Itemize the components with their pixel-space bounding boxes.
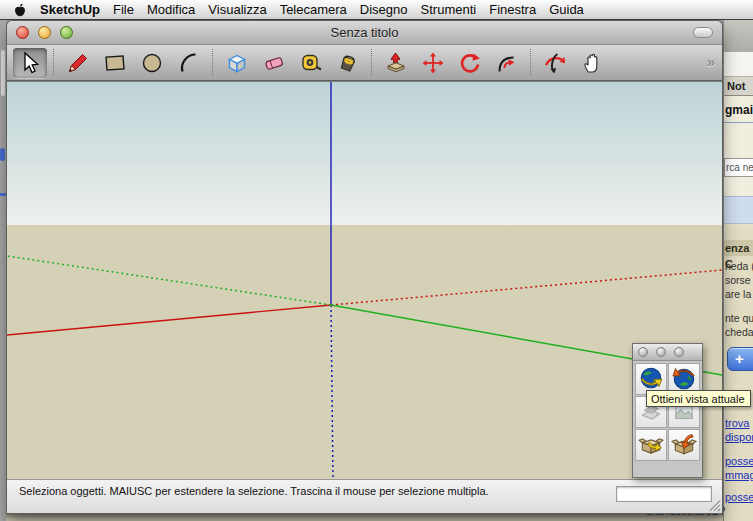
apple-menu-icon[interactable] <box>13 2 27 18</box>
palette-body <box>633 361 702 463</box>
background-link[interactable]: trova <box>725 417 749 429</box>
background-search-text: rca ne <box>726 162 753 173</box>
component-box-icon <box>225 51 249 75</box>
toolbar-toggle-button[interactable] <box>693 27 713 38</box>
tool-bar: » <box>7 45 722 81</box>
tape-measure-icon <box>299 51 323 75</box>
toolbar-separator <box>371 49 373 76</box>
menu-bar: SketchUp File Modifica Visualizza Teleca… <box>0 0 753 20</box>
push-pull-tool-button[interactable] <box>379 48 413 78</box>
get-models-icon <box>638 432 664 458</box>
background-text-line: nte qu <box>725 312 753 324</box>
drawing-axes <box>7 82 722 478</box>
pan-tool-button[interactable] <box>575 48 609 78</box>
background-tab-fragment: Not <box>724 77 753 96</box>
background-link[interactable]: mmagi <box>725 469 753 481</box>
push-pull-icon <box>384 51 408 75</box>
get-models-button[interactable] <box>635 429 667 461</box>
blue-axis-dotted <box>331 305 333 478</box>
google-toolbar-palette <box>632 343 703 478</box>
window-title: Senza titolo <box>331 25 399 40</box>
background-text-line: heda ( <box>725 260 753 272</box>
paint-bucket-icon <box>336 51 360 75</box>
background-add-button[interactable]: + <box>727 347 753 371</box>
rectangle-tool-button[interactable] <box>98 48 132 78</box>
background-scrollbar-thumb <box>1 50 5 96</box>
menu-strumenti[interactable]: Strumenti <box>421 2 477 17</box>
tape-measure-tool-button[interactable] <box>294 48 328 78</box>
drawing-viewport[interactable] <box>7 81 722 479</box>
menu-telecamera[interactable]: Telecamera <box>280 2 347 17</box>
title-bar[interactable]: Senza titolo <box>7 21 722 45</box>
eraser-icon <box>262 51 286 75</box>
palette-close-button[interactable] <box>638 347 648 357</box>
toolbar-separator <box>530 49 532 76</box>
menu-app-name[interactable]: SketchUp <box>40 2 100 17</box>
orbit-icon <box>543 51 567 75</box>
background-blue-marker <box>0 148 5 161</box>
circle-icon <box>140 51 164 75</box>
move-tool-button[interactable] <box>416 48 450 78</box>
tooltip: Ottieni vista attuale <box>646 390 751 407</box>
arc-tool-button[interactable] <box>172 48 206 78</box>
toolbar-overflow-chevron[interactable]: » <box>707 53 715 70</box>
resize-grip[interactable] <box>707 498 721 512</box>
menu-disegno[interactable]: Disegno <box>360 2 408 17</box>
toolbar-separator <box>212 49 214 76</box>
circle-tool-button[interactable] <box>135 48 169 78</box>
sketchup-window: Senza titolo <box>6 20 723 514</box>
orbit-tool-button[interactable] <box>538 48 572 78</box>
offset-icon <box>495 51 519 75</box>
background-search-field[interactable]: rca ne <box>724 158 753 177</box>
rectangle-icon <box>103 51 127 75</box>
background-text-line: cheda <box>725 326 753 338</box>
eraser-tool-button[interactable] <box>257 48 291 78</box>
place-model-icon <box>671 366 697 392</box>
get-current-view-icon <box>638 366 664 392</box>
minimize-button[interactable] <box>38 26 51 39</box>
background-text-line: are la f <box>725 288 753 300</box>
background-link[interactable]: posse <box>725 455 753 467</box>
background-divider <box>724 122 753 123</box>
menu-finestra[interactable]: Finestra <box>489 2 536 17</box>
paint-bucket-tool-button[interactable] <box>331 48 365 78</box>
line-tool-button[interactable] <box>61 48 95 78</box>
background-browser-window: Not gmail rca ne enza C heda ( sorse c a… <box>723 20 753 521</box>
arc-icon <box>177 51 201 75</box>
background-browser-toolbar <box>724 52 753 77</box>
plus-icon: + <box>735 350 744 367</box>
background-link[interactable]: dispor <box>725 431 753 443</box>
status-bar: Seleziona oggetti. MAIUSC per estendere … <box>7 479 722 513</box>
background-window-bottom-strip <box>0 514 753 521</box>
menu-visualizza[interactable]: Visualizza <box>208 2 266 17</box>
menu-guida[interactable]: Guida <box>549 2 584 17</box>
move-icon <box>421 51 445 75</box>
toolbar-separator <box>53 49 55 76</box>
offset-tool-button[interactable] <box>490 48 524 78</box>
make-component-tool-button[interactable] <box>220 48 254 78</box>
menu-file[interactable]: File <box>113 2 134 17</box>
share-model-button[interactable] <box>668 429 700 461</box>
screen: una raccolta 3D? Not gmail rca ne enza C… <box>0 0 753 521</box>
palette-title-bar[interactable] <box>633 344 702 361</box>
pencil-icon <box>66 51 90 75</box>
rotate-tool-button[interactable] <box>453 48 487 78</box>
green-axis-dotted <box>7 256 331 305</box>
background-window-chrome <box>724 20 753 52</box>
zoom-button[interactable] <box>60 26 73 39</box>
select-tool-button[interactable] <box>13 48 47 78</box>
rotate-icon <box>458 51 482 75</box>
background-link[interactable]: posse <box>725 491 753 503</box>
red-axis-dotted <box>331 270 722 305</box>
select-icon <box>18 51 42 75</box>
red-axis-solid <box>7 305 331 335</box>
background-heading-fragment: enza C <box>724 240 753 256</box>
pan-hand-icon <box>580 51 604 75</box>
palette-minimize-button[interactable] <box>656 347 666 357</box>
menu-modifica[interactable]: Modifica <box>147 2 195 17</box>
close-button[interactable] <box>16 26 29 39</box>
status-message: Seleziona oggetti. MAIUSC per estendere … <box>19 484 489 498</box>
measurements-input[interactable] <box>616 486 712 502</box>
background-section-band <box>724 196 753 224</box>
palette-zoom-button[interactable] <box>674 347 684 357</box>
